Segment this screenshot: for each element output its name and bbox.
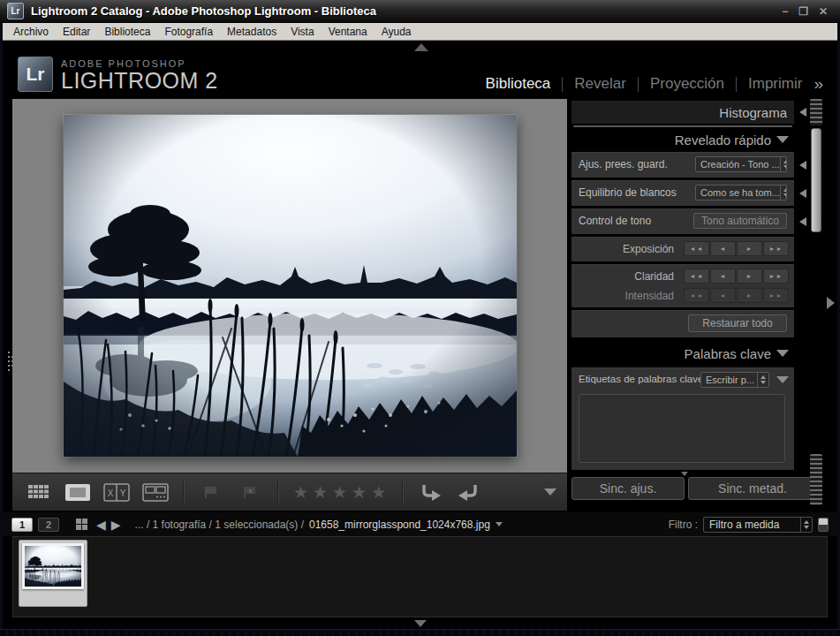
spinner-icon[interactable]: [780, 157, 787, 171]
filmstrip: [12, 536, 828, 617]
vibrance-large-decrease-button[interactable]: ◄◄: [684, 288, 709, 303]
spinner-icon[interactable]: [780, 186, 787, 200]
module-imprimir[interactable]: Imprimir: [748, 75, 802, 93]
compare-x-label: X: [108, 488, 114, 498]
spinner-icon[interactable]: [800, 518, 812, 532]
white-balance-expand-icon[interactable]: [799, 189, 806, 198]
module-revelar[interactable]: Revelar: [574, 75, 626, 93]
window-bottom-border: [0, 629, 840, 636]
loupe-view-icon[interactable]: [62, 481, 94, 504]
module-picker: Biblioteca Revelar Proyección Imprimir »: [486, 74, 823, 94]
menu-editar[interactable]: Editar: [56, 26, 97, 38]
primary-monitor-button[interactable]: 1: [11, 518, 33, 532]
module-separator: [736, 77, 737, 92]
rotate-left-icon[interactable]: [414, 481, 446, 504]
filter-dropdown[interactable]: Filtro a medida: [703, 517, 813, 533]
exposure-increase-button[interactable]: ►: [737, 241, 762, 256]
next-photo-arrow-icon[interactable]: ▶: [111, 519, 121, 531]
clarity-label: Claridad: [634, 270, 674, 283]
clarity-large-decrease-button[interactable]: ◄◄: [684, 269, 709, 284]
menu-biblioteca[interactable]: Biblioteca: [97, 26, 157, 38]
flag-reject-icon[interactable]: x: [234, 481, 266, 504]
keywording-header[interactable]: Palabras clave: [571, 344, 794, 362]
menu-archivo[interactable]: Archivo: [6, 26, 56, 38]
scrollbar-grip-top[interactable]: [810, 99, 822, 125]
grid-shortcut-icon[interactable]: [72, 513, 91, 536]
close-button[interactable]: ✕: [819, 5, 828, 18]
filmstrip-selected-cell[interactable]: [19, 540, 87, 607]
expand-right-panel-arrow-icon[interactable]: [827, 297, 835, 309]
scrollbar-thumb[interactable]: [811, 128, 821, 232]
saved-preset-expand-icon[interactable]: [799, 161, 806, 170]
keywording-title: Palabras clave: [685, 346, 771, 361]
vibrance-label: Intensidad: [625, 290, 674, 302]
filmstrip-source-path: ... / 1 fotografía / 1 seleccionada(s) /: [135, 519, 304, 531]
saved-preset-label: Ajus. prees. guard.: [579, 158, 668, 170]
flag-pick-icon[interactable]: [195, 481, 227, 504]
lightroom-logo-badge: Lr: [18, 57, 53, 92]
module-proyeccion[interactable]: Proyección: [650, 75, 724, 93]
keyword-tags-disclosure-icon[interactable]: [776, 376, 789, 383]
sync-settings-button[interactable]: Sinc. ajus.: [571, 477, 685, 500]
spinner-icon[interactable]: [757, 373, 768, 387]
rating-stars[interactable]: ★★★★★: [290, 484, 390, 501]
histogram-panel-header[interactable]: Histograma: [571, 101, 794, 124]
exposure-decrease-button[interactable]: ◄: [710, 241, 736, 256]
vibrance-decrease-button[interactable]: ◄: [710, 288, 736, 303]
brand-line2: LIGHTROOM 2: [61, 69, 218, 94]
clarity-large-increase-button[interactable]: ►►: [763, 269, 789, 284]
filter-toggle-icon[interactable]: [818, 518, 829, 532]
expand-left-panel-arrow-icon[interactable]: [8, 352, 10, 353]
reset-all-button[interactable]: Restaurar todo: [688, 314, 787, 332]
maximize-button[interactable]: ❐: [798, 5, 808, 18]
menu-ventana[interactable]: Ventana: [322, 26, 375, 38]
histogram-collapse-icon[interactable]: [799, 108, 806, 117]
previous-photo-arrow-icon[interactable]: ◀: [96, 519, 106, 531]
keywording-expanded-icon: [776, 350, 789, 357]
vibrance-large-increase-button[interactable]: ►►: [763, 288, 789, 303]
keyword-tags-dropdown[interactable]: Escribir p...: [700, 372, 769, 388]
module-separator: [562, 77, 563, 92]
brand-block: ADOBE PHOTOSHOP LIGHTROOM 2: [61, 58, 218, 94]
svg-text:x: x: [249, 487, 253, 493]
collapse-top-panel-arrow-icon[interactable]: [414, 43, 428, 51]
pond-photo[interactable]: [64, 115, 517, 457]
tone-control-label: Control de tono: [579, 215, 651, 227]
menu-metadatos[interactable]: Metadatos: [220, 26, 284, 38]
histogram-title: Histograma: [719, 105, 787, 120]
menu-fotografia[interactable]: Fotografía: [157, 26, 220, 38]
menu-vista[interactable]: Vista: [284, 26, 321, 38]
clarity-decrease-button[interactable]: ◄: [710, 269, 736, 284]
exposure-large-increase-button[interactable]: ►►: [763, 241, 789, 256]
minimize-button[interactable]: −: [782, 5, 788, 18]
clarity-increase-button[interactable]: ►: [737, 269, 762, 284]
survey-view-icon[interactable]: [140, 481, 171, 504]
scrollbar-grip-bottom[interactable]: [810, 454, 822, 505]
auto-tone-button[interactable]: Tono automático: [693, 213, 787, 229]
collapse-filmstrip-arrow-icon[interactable]: [414, 620, 427, 627]
exposure-large-decrease-button[interactable]: ◄◄: [684, 241, 709, 256]
saved-preset-dropdown[interactable]: Creación - Tono ...: [695, 156, 787, 172]
quick-develop-header[interactable]: Revelado rápido: [571, 131, 794, 148]
white-balance-dropdown[interactable]: Como se ha tom...: [695, 185, 787, 201]
toolbar-divider: [277, 481, 278, 504]
saved-preset-value: Creación - Tono ...: [700, 159, 780, 170]
rotate-right-icon[interactable]: [453, 481, 485, 504]
vibrance-increase-button[interactable]: ►: [737, 288, 762, 303]
tone-control-expand-icon[interactable]: [799, 217, 806, 226]
module-biblioteca[interactable]: Biblioteca: [486, 75, 551, 93]
module-overflow-icon[interactable]: »: [814, 74, 823, 94]
selected-filename[interactable]: 01658_mirrorglasspond_1024x768.jpg: [309, 519, 490, 531]
keyword-tags-label: Etiquetas de palabras clave: [579, 374, 703, 384]
grid-view-icon[interactable]: [23, 481, 55, 504]
filmstrip-thumbnail[interactable]: [22, 543, 84, 589]
keyword-tags-mode-value: Escribir p...: [706, 375, 754, 385]
compare-view-icon[interactable]: XY: [101, 481, 132, 504]
clarity-vibrance-row: Claridad ◄◄ ◄ ► ►► Intensidad ◄◄ ◄ ► ►►: [571, 264, 794, 307]
menu-ayuda[interactable]: Ayuda: [375, 26, 419, 38]
filename-menu-caret-icon[interactable]: [496, 522, 503, 526]
toolbar-options-caret-icon[interactable]: [544, 488, 556, 496]
secondary-monitor-button[interactable]: 2: [38, 518, 59, 532]
sync-metadata-button[interactable]: Sinc. metad.: [688, 477, 817, 500]
keyword-entry-area[interactable]: [579, 394, 785, 463]
